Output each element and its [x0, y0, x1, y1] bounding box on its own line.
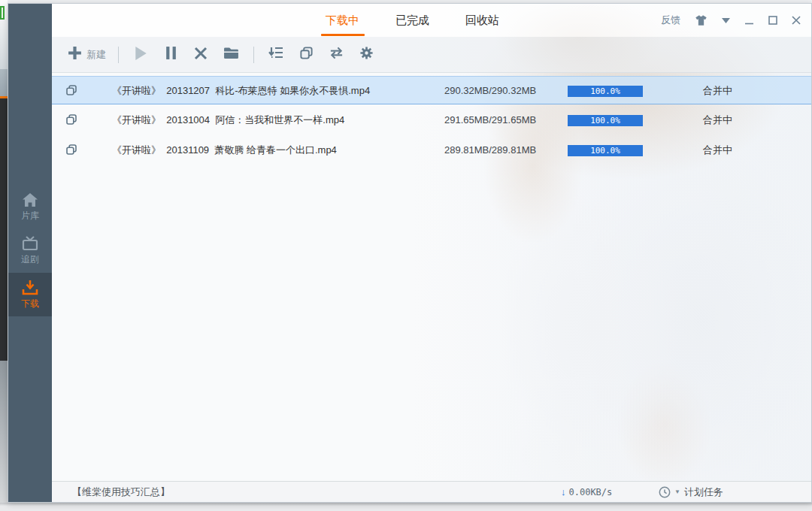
open-folder-button[interactable] — [216, 40, 246, 70]
maximize-button[interactable] — [768, 16, 777, 25]
progress-text: 100.0% — [568, 145, 643, 156]
task-status: 合并中 — [703, 136, 732, 165]
gear-icon — [359, 46, 374, 63]
progress-bar: 100.0% — [568, 86, 643, 97]
sidebar-item-shows[interactable]: 追剧 — [8, 229, 52, 273]
speed-value: 0.00KB/s — [569, 487, 613, 497]
plus-icon — [67, 45, 83, 64]
download-icon — [22, 280, 38, 295]
background-desktop-strip — [0, 0, 8, 511]
active-tab-underline — [321, 34, 365, 36]
task-copy-icon — [65, 113, 77, 129]
background-window-sliver — [0, 361, 8, 511]
minimize-button[interactable] — [744, 16, 754, 26]
clock-icon — [659, 486, 671, 498]
tab-label: 下载中 — [326, 14, 359, 26]
sidebar-item-label: 片库 — [21, 210, 39, 222]
file-name: 《开讲啦》 20131207 科比-布莱恩特 如果你永不畏惧.mp4 — [112, 77, 370, 105]
tab-bar: 下载中 已完成 回收站 — [321, 4, 504, 37]
start-button[interactable] — [126, 40, 156, 70]
close-button[interactable] — [792, 16, 801, 25]
new-task-button[interactable]: 新建 — [62, 40, 111, 70]
file-size: 290.32MB/290.32MB — [444, 77, 536, 105]
progress-text: 100.0% — [568, 86, 643, 97]
download-row[interactable]: 《开讲啦》 20131004 阿信：当我和世界不一样.mp4 291.65MB/… — [52, 106, 811, 135]
status-bar: 【维棠使用技巧汇总】 ↓ 0.00KB/s ▼ 计划任务 — [52, 481, 811, 502]
toolbar-separator — [246, 40, 261, 70]
app-window: 下载中 已完成 回收站 反馈 — [8, 3, 812, 503]
loop-download-button[interactable] — [321, 40, 351, 70]
tab-completed[interactable]: 已完成 — [391, 4, 434, 37]
down-arrow-icon: ↓ — [561, 486, 566, 497]
sidebar-item-label: 下载 — [21, 298, 39, 310]
sidebar-item-label: 追剧 — [21, 253, 39, 266]
progress-bar: 100.0% — [568, 145, 643, 156]
play-icon — [134, 46, 147, 64]
progress-bar: 100.0% — [568, 115, 643, 126]
folder-icon — [223, 47, 239, 62]
x-icon — [194, 47, 208, 63]
download-row[interactable]: 《开讲啦》 20131207 科比-布莱恩特 如果你永不畏惧.mp4 290.3… — [52, 76, 811, 104]
toolbar: 新建 — [52, 37, 811, 73]
task-copy-icon — [65, 144, 77, 159]
task-status: 合并中 — [703, 106, 732, 135]
progress-text: 100.0% — [568, 115, 643, 126]
background-window-sliver — [0, 69, 8, 96]
delete-task-button[interactable] — [186, 40, 216, 70]
queue-order-button[interactable] — [261, 40, 291, 70]
usage-tips-link[interactable]: 【维棠使用技巧汇总】 — [72, 482, 170, 502]
home-icon — [22, 192, 38, 207]
caret-down-icon: ▼ — [674, 488, 680, 495]
tab-recycle-bin[interactable]: 回收站 — [461, 4, 504, 37]
pause-icon — [165, 46, 177, 63]
task-copy-icon — [65, 84, 77, 99]
feedback-link[interactable]: 反馈 — [661, 14, 680, 27]
tv-icon — [22, 236, 38, 251]
copy-icon — [299, 46, 314, 63]
pause-button[interactable] — [156, 40, 186, 70]
toolbar-separator — [111, 40, 126, 70]
skin-shirt-icon[interactable] — [695, 14, 707, 26]
new-task-label: 新建 — [86, 48, 106, 62]
download-row[interactable]: 《开讲啦》 20131109 萧敬腾 给青春一个出口.mp4 289.81MB/… — [52, 136, 811, 165]
sidebar: 片库 追剧 下载 — [8, 4, 52, 502]
file-name: 《开讲啦》 20131004 阿信：当我和世界不一样.mp4 — [112, 106, 344, 135]
file-size: 289.81MB/289.81MB — [444, 136, 536, 165]
sidebar-item-download[interactable]: 下载 — [8, 273, 52, 316]
copy-task-button[interactable] — [291, 40, 321, 70]
titlebar-controls: 反馈 — [661, 4, 801, 37]
scheduled-tasks-button[interactable]: ▼ 计划任务 — [659, 482, 723, 502]
scheduled-tasks-label: 计划任务 — [684, 485, 723, 499]
background-dark-window-sliver — [0, 98, 8, 361]
tab-downloading[interactable]: 下载中 — [321, 4, 364, 37]
download-speed: ↓ 0.00KB/s — [561, 482, 612, 502]
task-status: 合并中 — [703, 77, 732, 105]
file-size: 291.65MB/291.65MB — [444, 106, 536, 135]
desktop-bottom-strip — [0, 503, 812, 511]
loop-icon — [329, 46, 344, 63]
queue-list-icon — [268, 46, 283, 63]
sidebar-nav: 片库 追剧 下载 — [8, 186, 52, 316]
background-app-icon-sliver — [0, 6, 5, 20]
sidebar-item-library[interactable]: 片库 — [8, 186, 52, 229]
main-menu-caret-icon[interactable] — [722, 18, 730, 23]
download-list: 《开讲啦》 20131207 科比-布莱恩特 如果你永不畏惧.mp4 290.3… — [52, 76, 811, 166]
tab-label: 已完成 — [395, 14, 429, 26]
tab-label: 回收站 — [465, 14, 499, 26]
file-name: 《开讲啦》 20131109 萧敬腾 给青春一个出口.mp4 — [112, 136, 337, 165]
settings-button[interactable] — [351, 40, 381, 70]
